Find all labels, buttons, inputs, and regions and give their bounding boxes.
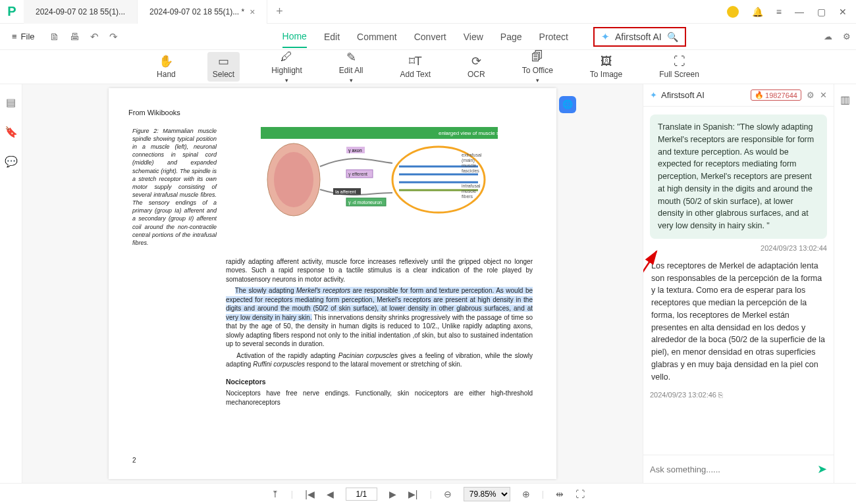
translate-badge-icon[interactable]: 🌐 <box>559 96 576 113</box>
figure-caption: Figure 2: Mammalian muscle spindle showi… <box>132 127 217 247</box>
comment-rail-icon[interactable]: 💬 <box>5 155 18 168</box>
bookmark-icon[interactable]: 🔖 <box>5 126 18 138</box>
doc-body: rapidly adapting afferent activity, musc… <box>226 257 533 407</box>
hamburger-icon: ≡ <box>12 32 17 41</box>
redo-icon[interactable]: ↷ <box>109 31 118 43</box>
settings-icon[interactable]: ⚙ <box>843 32 851 41</box>
page-number: 2 <box>132 456 136 465</box>
svg-text:extrafusal: extrafusal <box>462 153 482 157</box>
svg-text:γ axon: γ axon <box>348 148 362 153</box>
save-icon[interactable]: 🗎 <box>49 31 59 43</box>
ocr-icon: ⟳ <box>471 55 481 68</box>
pdf-page: 🌐 From Wikibooks Figure 2: Mammalian mus… <box>109 88 556 479</box>
page-input[interactable] <box>346 488 377 501</box>
quick-actions: 🗎 🖶 ↶ ↷ <box>49 31 118 43</box>
tool-editall[interactable]: ✎Edit All ▾ <box>334 48 369 86</box>
app-logo: P <box>0 0 24 24</box>
tab-active[interactable]: 2024-09-07 02 18 55(1)... * × <box>138 0 267 24</box>
tool-ocr[interactable]: ⟳OCR <box>462 52 491 82</box>
tab-inactive[interactable]: 2024-09-07 02 18 55(1)... <box>24 0 138 24</box>
svg-text:(main): (main) <box>462 158 475 163</box>
menu-icon[interactable]: ≡ <box>776 7 782 17</box>
search-icon[interactable]: 🔍 <box>667 32 678 42</box>
fullscreen-icon: ⛶ <box>674 55 685 68</box>
next-page-icon[interactable]: ▶ <box>389 489 396 499</box>
print-icon[interactable]: 🖶 <box>70 31 80 43</box>
add-tab-button[interactable]: + <box>267 5 291 18</box>
tool-highlight[interactable]: 🖊Highlight ▾ <box>266 48 308 86</box>
tool-hand[interactable]: ✋Hand <box>151 52 181 82</box>
zoom-select[interactable]: 79.85% <box>464 487 510 501</box>
ribbon-tabs: Home Edit Comment Convert View Page Prot… <box>282 26 686 48</box>
svg-text:muscle: muscle <box>462 189 476 193</box>
close-panel-icon[interactable]: ✕ <box>820 90 827 100</box>
tool-tooffice[interactable]: 🗐To Office ▾ <box>517 48 558 86</box>
doc-source: From Wikibooks <box>128 108 533 118</box>
header-right-icons: ☁ ⚙ <box>824 32 851 41</box>
svg-point-3 <box>274 152 313 207</box>
bell-icon[interactable]: 🔔 <box>752 7 763 17</box>
tab-protect[interactable]: Protect <box>539 26 568 47</box>
last-page-icon[interactable]: ▶| <box>408 489 418 499</box>
document-viewport[interactable]: 🌐 From Wikibooks Figure 2: Mammalian mus… <box>22 84 643 483</box>
edit-icon: ✎ <box>346 51 356 64</box>
svg-text:fibers: fibers <box>462 194 473 199</box>
chevron-down-icon: ▾ <box>285 77 288 84</box>
fit-page-icon[interactable]: ⛶ <box>575 489 585 499</box>
zoom-out-icon[interactable]: ⊖ <box>444 489 452 499</box>
user-message: Translate in Spanish: "The slowly adapti… <box>650 114 827 239</box>
maximize-icon[interactable]: ▢ <box>817 7 826 17</box>
ai-chat-area[interactable]: Translate in Spanish: "The slowly adapti… <box>643 107 834 455</box>
prev-page-icon[interactable]: ◀ <box>327 489 334 499</box>
tab-view[interactable]: View <box>464 26 483 47</box>
chevron-down-icon: ▾ <box>536 77 539 84</box>
send-icon[interactable]: ➤ <box>817 462 827 476</box>
text-icon: ⌑T <box>409 55 422 68</box>
tab-convert[interactable]: Convert <box>414 26 446 47</box>
tool-toimage[interactable]: 🖼To Image <box>585 52 628 82</box>
highlighter-icon: 🖊 <box>281 51 292 64</box>
ai-brand-button[interactable]: ✦ Afirstsoft AI 🔍 <box>593 27 686 47</box>
svg-text:Ia afferent: Ia afferent <box>335 189 356 194</box>
file-menu[interactable]: ≡ File <box>5 32 41 41</box>
figure-diagram: enlarged view of muscle spindle γ effere… <box>226 127 533 232</box>
tab-comment[interactable]: Comment <box>357 26 397 47</box>
close-window-icon[interactable]: ✕ <box>839 7 847 17</box>
theme-icon[interactable] <box>727 6 739 18</box>
svg-text:γ -d motoneuron: γ -d motoneuron <box>348 200 382 205</box>
office-icon: 🗐 <box>531 51 543 64</box>
thumbnail-icon[interactable]: ▤ <box>6 96 16 109</box>
fit-width-icon[interactable]: ⇹ <box>556 489 564 499</box>
ask-input[interactable] <box>650 465 812 474</box>
first-page-icon[interactable]: |◀ <box>305 489 315 499</box>
ai-panel-header: ✦ Afirstsoft AI 🔥19827644 ⚙ ✕ <box>643 84 834 107</box>
bot-message: Los receptores de Merkel de adaptación l… <box>650 257 827 386</box>
tab-page[interactable]: Page <box>500 26 522 47</box>
panel-toggle-icon[interactable]: ▥ <box>840 93 850 106</box>
tab-edit[interactable]: Edit <box>324 26 340 47</box>
svg-text:muscle: muscle <box>462 163 476 168</box>
toolbar: ✋Hand ▭Select 🖊Highlight ▾ ✎Edit All ▾ ⌑… <box>0 50 856 84</box>
scroll-top-icon[interactable]: ⤒ <box>271 489 279 499</box>
close-icon[interactable]: × <box>250 7 255 17</box>
undo-icon[interactable]: ↶ <box>90 31 99 43</box>
sparkle-icon: ✦ <box>601 31 610 43</box>
zoom-in-icon[interactable]: ⊕ <box>522 489 530 499</box>
svg-text:enlarged view of muscle spindl: enlarged view of muscle spindle <box>439 130 514 136</box>
right-rail: ▥ <box>834 84 856 483</box>
minimize-icon[interactable]: — <box>795 7 804 17</box>
title-bar: P 2024-09-07 02 18 55(1)... 2024-09-07 0… <box>0 0 856 24</box>
tool-select[interactable]: ▭Select <box>207 52 240 82</box>
tool-fullscreen[interactable]: ⛶Full Screen <box>654 52 705 82</box>
gear-icon[interactable]: ⚙ <box>807 90 815 100</box>
svg-text:γ efferent: γ efferent <box>348 172 367 177</box>
svg-text:intrafusal: intrafusal <box>462 184 481 188</box>
menu-bar: ≡ File 🗎 🖶 ↶ ↷ Home Edit Comment Convert… <box>0 24 856 50</box>
tab-home[interactable]: Home <box>282 26 307 48</box>
token-chip[interactable]: 🔥19827644 <box>751 89 801 101</box>
tool-addtext[interactable]: ⌑TAdd Text <box>395 52 436 82</box>
image-icon: 🖼 <box>601 55 612 68</box>
cloud-icon[interactable]: ☁ <box>824 32 832 41</box>
copy-icon[interactable]: ⎘ <box>718 391 723 399</box>
sparkle-icon: ✦ <box>650 90 657 100</box>
